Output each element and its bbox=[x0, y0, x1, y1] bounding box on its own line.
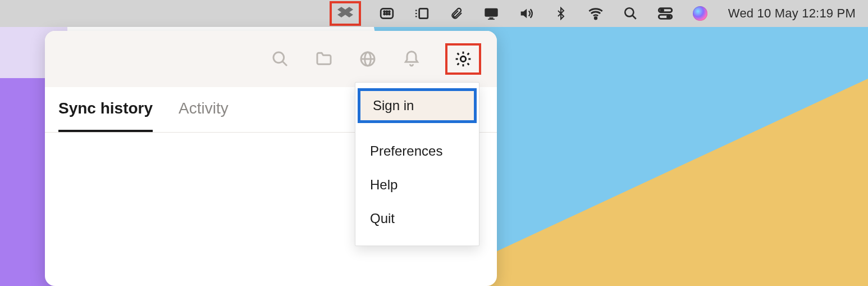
bluetooth-icon[interactable] bbox=[552, 4, 570, 22]
svg-point-1 bbox=[383, 11, 385, 12]
svg-point-6 bbox=[389, 13, 390, 15]
paperclip-icon[interactable] bbox=[447, 4, 465, 22]
macos-menubar: Wed 10 May 12:19 PM bbox=[0, 0, 868, 27]
dropdown-help[interactable]: Help bbox=[355, 168, 479, 202]
svg-point-2 bbox=[386, 11, 387, 12]
gear-highlight bbox=[445, 43, 481, 75]
svg-line-22 bbox=[282, 61, 287, 66]
settings-dropdown: Sign in Preferences Help Quit bbox=[355, 82, 479, 246]
svg-rect-7 bbox=[419, 8, 427, 18]
tab-activity[interactable]: Activity bbox=[179, 87, 229, 132]
svg-point-4 bbox=[383, 13, 385, 15]
svg-point-21 bbox=[273, 52, 284, 63]
tab-sync-history[interactable]: Sync history bbox=[58, 87, 153, 132]
dropdown-quit[interactable]: Quit bbox=[355, 202, 479, 235]
folder-icon[interactable] bbox=[314, 49, 334, 69]
svg-point-20 bbox=[667, 16, 670, 19]
bell-icon[interactable] bbox=[401, 49, 422, 69]
search-icon[interactable] bbox=[270, 49, 290, 69]
svg-point-26 bbox=[460, 56, 465, 61]
svg-rect-12 bbox=[489, 17, 493, 19]
wifi-icon[interactable] bbox=[587, 4, 605, 22]
svg-rect-13 bbox=[488, 19, 495, 20]
panel-toolbar bbox=[45, 31, 497, 87]
svg-point-14 bbox=[595, 17, 597, 19]
dropdown-sign-in[interactable]: Sign in bbox=[358, 88, 477, 123]
svg-rect-11 bbox=[485, 8, 497, 17]
dropdown-preferences[interactable]: Preferences bbox=[355, 134, 479, 168]
svg-point-15 bbox=[625, 8, 633, 16]
volume-icon[interactable] bbox=[517, 4, 535, 22]
display-icon[interactable] bbox=[482, 4, 500, 22]
svg-point-3 bbox=[389, 11, 390, 12]
dropbox-menubar-highlight bbox=[330, 1, 361, 26]
spotlight-search-icon[interactable] bbox=[622, 4, 639, 22]
siri-icon[interactable] bbox=[691, 4, 709, 22]
control-center-icon[interactable] bbox=[656, 4, 674, 22]
globe-icon[interactable] bbox=[358, 49, 378, 69]
dropbox-icon[interactable] bbox=[336, 4, 354, 22]
keyboard-viewer-icon[interactable] bbox=[378, 4, 396, 22]
gear-icon[interactable] bbox=[453, 49, 473, 69]
svg-point-18 bbox=[661, 9, 664, 12]
svg-point-5 bbox=[386, 13, 387, 15]
svg-line-16 bbox=[632, 15, 636, 19]
menubar-clock[interactable]: Wed 10 May 12:19 PM bbox=[728, 6, 856, 21]
stage-manager-icon[interactable] bbox=[413, 4, 431, 22]
